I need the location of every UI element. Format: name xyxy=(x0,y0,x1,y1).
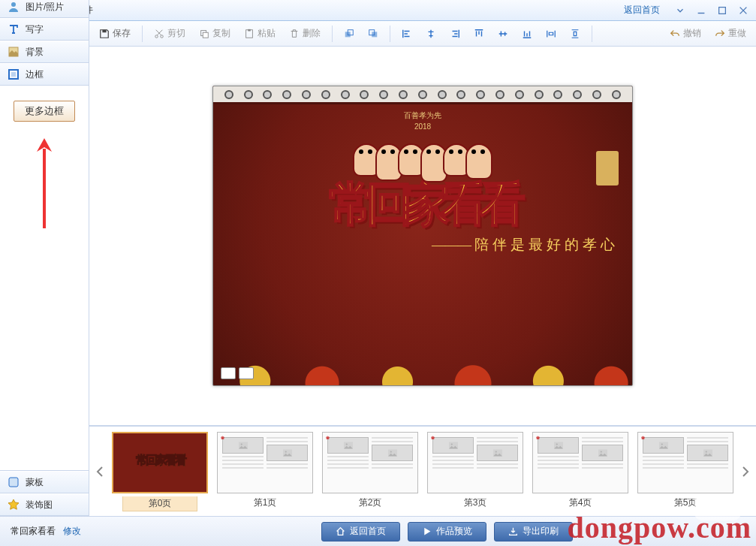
minimize-icon[interactable] xyxy=(693,3,709,18)
hand-tool-icon[interactable] xyxy=(239,367,254,379)
svg-point-28 xyxy=(495,451,496,452)
copy-icon xyxy=(199,29,209,39)
paste-icon xyxy=(244,29,255,39)
thumb-page: ❀ xyxy=(217,432,313,493)
svg-point-7 xyxy=(155,35,158,38)
page-thumb[interactable]: ❀第5页 xyxy=(637,432,733,511)
canvas-tool-overlay[interactable] xyxy=(221,367,254,379)
sidebar-item-decor[interactable]: 装饰图 xyxy=(0,493,89,516)
thumb-page: ❀ xyxy=(322,432,418,493)
more-frames-button[interactable]: 更多边框 xyxy=(14,101,75,122)
bring-front-icon xyxy=(344,29,354,39)
footer-preview-button[interactable]: 作品预览 xyxy=(408,522,486,541)
star-icon xyxy=(8,499,20,511)
play-icon xyxy=(422,526,432,536)
strip-prev-button[interactable] xyxy=(92,431,107,511)
canvas-flowers xyxy=(213,343,632,385)
dist-h-icon xyxy=(546,29,556,39)
canvas-tag-icon xyxy=(596,151,619,186)
copy-button[interactable]: 复制 xyxy=(194,24,236,44)
align-bottom-icon xyxy=(522,29,532,39)
close-icon[interactable] xyxy=(735,3,751,18)
svg-point-18 xyxy=(240,443,242,445)
sidebar-item-label: 装饰图 xyxy=(26,499,53,511)
svg-point-8 xyxy=(161,35,164,38)
toolbar: 保存 剪切 复制 粘贴 删除 撤销 重做 xyxy=(89,21,756,47)
save-icon xyxy=(99,29,110,39)
strip-next-button[interactable] xyxy=(738,431,753,511)
export-icon xyxy=(508,526,518,536)
main-area: 保存 剪切 复制 粘贴 删除 撤销 重做 xyxy=(89,21,756,516)
page-thumb[interactable]: ❀第2页 xyxy=(322,432,418,511)
svg-point-20 xyxy=(285,451,286,452)
footer-home-button[interactable]: 返回首页 xyxy=(321,522,400,541)
cut-button[interactable]: 剪切 xyxy=(149,24,191,44)
align-vcenter-icon xyxy=(498,29,508,39)
annotation-arrow-icon xyxy=(35,138,53,228)
svg-point-36 xyxy=(705,451,706,452)
paste-button[interactable]: 粘贴 xyxy=(239,24,281,44)
project-name: 常回家看看 xyxy=(11,525,56,538)
bring-front-button[interactable] xyxy=(339,24,360,44)
send-back-icon xyxy=(368,29,378,39)
title-bar: 印 晨光相册制作软件 返回首页 xyxy=(0,0,756,21)
mask-icon xyxy=(8,476,20,488)
cut-icon xyxy=(154,29,164,39)
svg-rect-4 xyxy=(11,72,16,77)
svg-rect-5 xyxy=(9,478,18,487)
thumb-label: 第2页 xyxy=(359,496,382,509)
send-back-button[interactable] xyxy=(363,24,384,44)
page-thumb[interactable]: ❀第3页 xyxy=(427,432,523,511)
align-bottom-button[interactable] xyxy=(517,24,538,44)
svg-point-30 xyxy=(556,443,557,445)
sidebar-item-frame[interactable]: 边框 xyxy=(0,63,89,86)
svg-rect-6 xyxy=(102,29,106,32)
sidebar-item-text[interactable]: 写字 xyxy=(0,18,89,41)
thumb-page: ❀ xyxy=(532,432,628,493)
sidebar-item-label: 背景 xyxy=(26,46,44,59)
edit-project-link[interactable]: 修改 xyxy=(63,525,81,538)
sidebar-item-photos[interactable]: 图片/照片 xyxy=(0,0,89,18)
align-top-button[interactable] xyxy=(468,24,489,44)
page-thumb[interactable]: ❀第4页 xyxy=(532,432,628,511)
svg-point-1 xyxy=(11,2,16,7)
delete-button[interactable]: 删除 xyxy=(284,24,326,44)
page-thumb[interactable]: 常回家看看第0页 xyxy=(112,432,208,511)
window-menu-icon[interactable] xyxy=(672,3,688,18)
page-thumb[interactable]: ❀第1页 xyxy=(217,432,313,511)
svg-point-34 xyxy=(661,443,662,445)
save-button[interactable]: 保存 xyxy=(94,24,136,44)
canvas-year: 2018 xyxy=(213,122,632,131)
align-top-icon xyxy=(474,29,484,39)
align-left-icon xyxy=(402,29,412,39)
align-left-button[interactable] xyxy=(396,24,417,44)
align-right-button[interactable] xyxy=(444,24,465,44)
pointer-tool-icon[interactable] xyxy=(221,367,236,379)
maximize-icon[interactable] xyxy=(714,3,730,18)
thumb-cover: 常回家看看 xyxy=(112,432,208,493)
page-strip: 常回家看看第0页❀第1页❀第2页❀第3页❀第4页❀第5页 xyxy=(89,426,756,516)
home-link[interactable]: 返回首页 xyxy=(624,4,660,17)
page-canvas[interactable]: 百善孝为先 2018 常回家看看 ———陪伴是最好的孝心 xyxy=(212,86,633,386)
frame-icon xyxy=(8,68,20,80)
sidebar-item-label: 蒙板 xyxy=(26,476,44,489)
sidebar-item-background[interactable]: 背景 xyxy=(0,41,89,63)
align-hcenter-icon xyxy=(426,29,436,39)
calendar-binding xyxy=(213,86,632,104)
svg-point-26 xyxy=(450,443,452,445)
undo-button[interactable]: 撤销 xyxy=(664,24,706,44)
sidebar-item-label: 图片/照片 xyxy=(26,1,64,14)
thumb-label: 第0页 xyxy=(122,496,198,511)
dist-h-button[interactable] xyxy=(541,24,562,44)
canvas-viewport[interactable]: 百善孝为先 2018 常回家看看 ———陪伴是最好的孝心 xyxy=(89,47,756,426)
redo-button[interactable]: 重做 xyxy=(709,24,751,44)
svg-rect-0 xyxy=(719,7,726,14)
footer-export-button[interactable]: 导出印刷 xyxy=(494,522,573,541)
text-icon xyxy=(8,23,20,35)
sidebar-item-mask[interactable]: 蒙板 xyxy=(0,471,89,493)
thumb-label: 第3页 xyxy=(464,496,487,509)
dist-v-button[interactable] xyxy=(565,24,586,44)
align-vcenter-button[interactable] xyxy=(492,24,514,44)
thumb-label: 第5页 xyxy=(674,496,697,509)
align-hcenter-button[interactable] xyxy=(420,24,441,44)
